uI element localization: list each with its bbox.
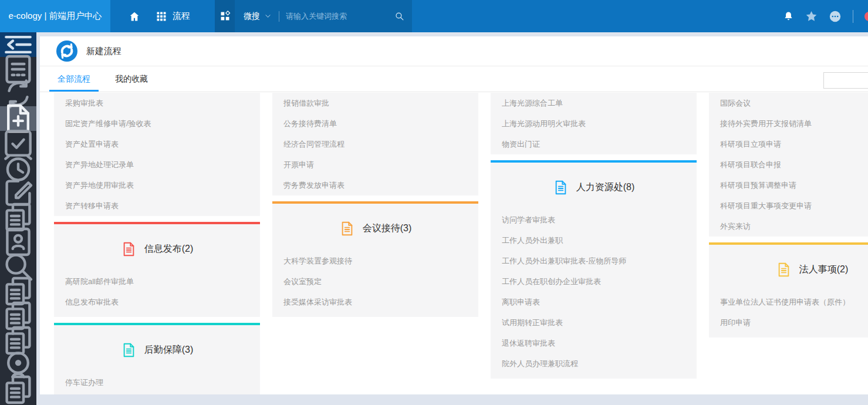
search-icon[interactable] <box>394 11 404 21</box>
workflow-item[interactable]: 劳务费发放申请表 <box>272 175 478 195</box>
workflow-item[interactable]: 科研项目立项申请 <box>709 134 868 154</box>
left-sidebar <box>0 32 36 405</box>
workflow-item[interactable]: 上海光源动用明火审批表 <box>491 113 697 134</box>
workflow-item[interactable]: 工作人员外出兼职 <box>491 230 697 251</box>
widget-icon-button[interactable] <box>215 0 235 32</box>
top-bar: e-cology | 前端用户中心 流程 微搜 <box>0 0 868 32</box>
avatar[interactable] <box>864 12 868 21</box>
category-card: 会议接待(3)大科学装置参观接待会议室预定接受媒体采访审批表 <box>272 201 478 317</box>
home-icon[interactable] <box>129 11 140 22</box>
widget-icon <box>219 11 231 22</box>
workflow-list: 访问学者审批表工作人员外出兼职工作人员外出兼职审批表-应物所导师工作人员在职创办… <box>491 210 697 379</box>
category-title: 人力资源处(8) <box>576 181 635 194</box>
category-card: 国际会议接待外宾费用开支报销清单科研项目立项申请科研项目联合申报科研项目预算调整… <box>709 93 868 237</box>
workflow-item[interactable]: 上海光源综合工单 <box>491 93 697 113</box>
nav-process[interactable]: 流程 <box>156 11 190 22</box>
workflow-column: 报销借款审批公务接待费清单经济合同管理流程开票申请劳务费发放申请表会议接待(3)… <box>272 93 478 323</box>
workflow-item[interactable]: 会议室预定 <box>272 271 478 292</box>
workflow-item[interactable]: 访问学者审批表 <box>491 210 697 230</box>
workflow-item[interactable]: 退休返聘审批表 <box>491 333 697 353</box>
category-card: 信息发布(2)高研院all邮件审批单信息发布审批表 <box>54 222 260 317</box>
workflow-item[interactable]: 物资出门证 <box>491 134 697 154</box>
workflow-list: 采购审批表固定资产维修申请/验收表资产处置申请表资产异地处理记录单资产异地使用审… <box>54 93 260 216</box>
tab-row: 全部流程 我的收藏 <box>40 66 868 92</box>
workflow-item[interactable]: 资产处置申请表 <box>54 134 260 154</box>
workflow-item[interactable]: 工作人员在职创办企业审批表 <box>491 271 697 292</box>
workflow-item[interactable]: 外宾来访 <box>709 216 868 237</box>
workflow-column: 国际会议接待外宾费用开支报销清单科研项目立项申请科研项目联合申报科研项目预算调整… <box>709 93 868 343</box>
workflow-item[interactable]: 国际会议 <box>709 93 868 113</box>
category-card: 采购审批表固定资产维修申请/验收表资产处置申请表资产异地处理记录单资产异地使用审… <box>54 93 260 216</box>
category-title: 后勤保障(3) <box>144 344 194 356</box>
workflow-list: 报销借款审批公务接待费清单经济合同管理流程开票申请劳务费发放申请表 <box>272 93 478 195</box>
workflow-list: 事业单位法人证书使用申请表（原件）用印申请 <box>709 292 868 338</box>
workflow-board: 采购审批表固定资产维修申请/验收表资产处置申请表资产异地处理记录单资产异地使用审… <box>40 92 868 394</box>
workflow-item[interactable]: 资产异地处理记录单 <box>54 154 260 175</box>
workflow-item[interactable]: 资产转移申请表 <box>54 195 260 216</box>
main-area: 新建流程 全部流程 我的收藏 采购审批表固定资产维修申请/验收表资产处置申请表资… <box>36 32 868 405</box>
workflow-list: 上海光源综合工单上海光源动用明火审批表物资出门证 <box>491 93 697 154</box>
document-icon <box>553 180 569 195</box>
copy-icon <box>0 372 36 405</box>
brand-logo[interactable]: e-cology | 前端用户中心 <box>0 0 110 32</box>
sidebar-item-copy[interactable] <box>0 377 36 402</box>
workflow-item[interactable]: 采购审批表 <box>54 93 260 113</box>
category-title: 会议接待(3) <box>363 222 412 235</box>
workflow-item[interactable]: 停车证办理 <box>54 372 260 393</box>
workflow-item[interactable]: 资产异地使用审批表 <box>54 175 260 195</box>
workflow-item[interactable]: 院外人员办理兼职流程 <box>491 353 697 374</box>
category-card: 人力资源处(8)访问学者审批表工作人员外出兼职工作人员外出兼职审批表-应物所导师… <box>491 160 697 379</box>
workflow-item[interactable]: 科研项目重大事项变更申请 <box>709 195 868 216</box>
workflow-item[interactable]: 公务接待费清单 <box>272 113 478 134</box>
category-card: 报销借款审批公务接待费清单经济合同管理流程开票申请劳务费发放申请表 <box>272 93 478 195</box>
workflow-item[interactable]: 大科学装置参观接待 <box>272 251 478 271</box>
workflow-item[interactable]: 接待外宾费用开支报销清单 <box>709 113 868 134</box>
workflow-item[interactable]: 科研项目联合申报 <box>709 154 868 175</box>
workflow-item[interactable]: 开票申请 <box>272 154 478 175</box>
category-card: 后勤保障(3)停车证办理 <box>54 323 260 394</box>
apps-grid-icon <box>156 11 167 22</box>
bell-icon[interactable] <box>783 11 794 22</box>
document-icon <box>121 241 137 257</box>
workflow-item[interactable]: 离职申请表 <box>491 292 697 312</box>
more-icon[interactable] <box>829 10 842 23</box>
star-icon[interactable] <box>805 10 818 22</box>
topbar-right-icons <box>783 10 868 23</box>
category-card: 法人事项(2)事业单位法人证书使用申请表（原件）用印申请 <box>709 242 868 338</box>
workflow-list: 国际会议接待外宾费用开支报销清单科研项目立项申请科研项目联合申报科研项目预算调整… <box>709 93 868 237</box>
page-header: 新建流程 <box>40 36 868 66</box>
workflow-item[interactable]: 经济合同管理流程 <box>272 134 478 154</box>
document-icon <box>339 221 355 237</box>
global-search-bar: 微搜 <box>215 0 412 32</box>
workflow-item[interactable]: 固定资产维修申请/验收表 <box>54 113 260 134</box>
document-icon <box>121 342 137 358</box>
workflow-item[interactable]: 工作人员外出兼职审批表-应物所导师 <box>491 251 697 271</box>
category-header: 法人事项(2) <box>709 245 868 292</box>
tab-all-processes[interactable]: 全部流程 <box>54 66 94 92</box>
search-scope-label[interactable]: 微搜 <box>244 11 260 22</box>
category-title: 法人事项(2) <box>799 264 849 276</box>
tab-my-favorites[interactable]: 我的收藏 <box>112 66 151 92</box>
workflow-item[interactable]: 接受媒体采访审批表 <box>272 292 478 312</box>
category-header: 后勤保障(3) <box>54 325 260 372</box>
topbar-divider <box>853 10 853 23</box>
workflow-list: 高研院all邮件审批单信息发布审批表 <box>54 271 260 317</box>
workflow-item[interactable]: 信息发布审批表 <box>54 292 260 312</box>
category-header: 人力资源处(8) <box>491 163 697 210</box>
workflow-item[interactable]: 科研项目预算调整申请 <box>709 175 868 195</box>
workflow-item[interactable]: 事业单位法人证书使用申请表（原件） <box>709 292 868 312</box>
chevron-down-icon[interactable] <box>264 12 272 20</box>
workflow-item[interactable]: 试用期转正审批表 <box>491 312 697 333</box>
new-process-icon <box>56 41 77 62</box>
workflow-list: 停车证办理 <box>54 372 260 394</box>
workflow-item[interactable]: 用印申请 <box>709 312 868 333</box>
workflow-item[interactable]: 高研院all邮件审批单 <box>54 271 260 292</box>
workflow-item[interactable]: 报销借款审批 <box>272 93 478 113</box>
category-header: 会议接待(3) <box>272 204 478 251</box>
nav-process-label: 流程 <box>173 11 190 22</box>
search-divider <box>279 11 279 22</box>
category-header: 信息发布(2) <box>54 224 260 271</box>
category-card: 上海光源综合工单上海光源动用明火审批表物资出门证 <box>491 93 697 154</box>
workflow-filter-input[interactable] <box>823 72 868 89</box>
global-search-input[interactable] <box>286 12 391 21</box>
